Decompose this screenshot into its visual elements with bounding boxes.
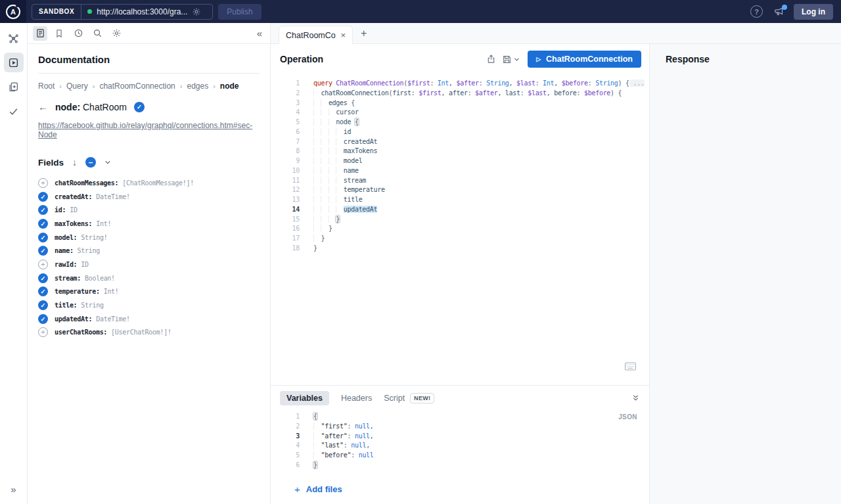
field-row[interactable]: ✓maxTokens:Int! [38, 217, 260, 231]
indent-guides [313, 451, 321, 459]
help-icon[interactable]: ? [750, 5, 763, 18]
save-dropdown-chevron-icon[interactable] [514, 57, 520, 62]
code-token: , [497, 89, 505, 97]
field-row[interactable]: ✓createdAt:DateTime! [38, 190, 260, 204]
code-token: "first" [321, 423, 347, 430]
code-token: , [449, 80, 456, 87]
field-row[interactable]: ✓stream:Boolean! [38, 271, 260, 285]
field-selected-check-icon[interactable]: ✓ [38, 300, 48, 310]
field-row[interactable]: ✓id:ID [38, 203, 260, 217]
field-add-plus-icon[interactable]: + [38, 327, 48, 337]
expand-sidebar-button[interactable]: » [11, 484, 16, 504]
field-row[interactable]: ✓title:String [38, 298, 260, 312]
field-row[interactable]: +chatRoomMessages:[ChatRoomMessage!]! [38, 176, 260, 190]
run-button-label: ChatRoomConnection [546, 55, 633, 64]
field-add-plus-icon[interactable]: + [38, 260, 48, 269]
bookmark-icon[interactable] [52, 26, 66, 41]
field-row[interactable]: ✓name:String [38, 244, 260, 258]
left-rail: » [0, 23, 28, 504]
code-token: : [577, 89, 584, 97]
line-number: 18 [271, 244, 300, 254]
indent-guides [313, 442, 321, 449]
announcements-icon[interactable] [773, 7, 784, 16]
close-tab-icon[interactable]: × [336, 30, 346, 40]
breadcrumb-item[interactable]: chatRoomConnection [99, 81, 175, 91]
field-selected-check-icon[interactable]: ✓ [38, 273, 48, 283]
fields-header: Fields ↓ – [38, 157, 260, 168]
breadcrumb-item[interactable]: Query [66, 81, 88, 91]
field-selected-check-icon[interactable]: ✓ [38, 192, 48, 202]
line-content: stream [313, 176, 366, 186]
code-token: String [595, 80, 618, 87]
field-row[interactable]: ✓model:String! [38, 231, 260, 244]
code-line: 6} [271, 461, 649, 470]
field-add-plus-icon[interactable]: + [38, 178, 48, 188]
collapse-docs-button[interactable]: « [257, 28, 262, 39]
field-row[interactable]: +userChatRooms:[UserChatRoom!]! [38, 326, 260, 340]
share-operation-icon[interactable] [482, 51, 499, 68]
field-type: Int! [104, 288, 119, 295]
connection-settings-gear-icon[interactable] [192, 7, 206, 16]
save-operation-group[interactable] [502, 55, 520, 64]
save-icon [502, 55, 512, 64]
indent-guides [313, 432, 321, 440]
sidebar-item-collections[interactable] [4, 77, 24, 97]
field-type: ID [70, 206, 77, 214]
keyboard-shortcuts-icon[interactable] [625, 362, 636, 371]
field-selected-check-icon[interactable]: ✓ [38, 286, 48, 296]
field-row[interactable]: ✓updatedAt:DateTime! [38, 312, 260, 326]
code-line: 8 maxTokens [271, 147, 649, 156]
field-selected-check-icon[interactable]: ✓ [38, 219, 48, 229]
line-number: 15 [271, 215, 300, 225]
history-icon[interactable] [71, 26, 85, 41]
line-number: 3 [271, 99, 300, 108]
tab-headers[interactable]: Headers [341, 394, 372, 403]
operation-editor[interactable]: 1query ChatRoomConnection($first: Int, $… [271, 74, 649, 385]
endpoint-url-input[interactable]: http://localhost:3000/gra... [81, 7, 212, 16]
back-button[interactable]: ← [38, 101, 48, 112]
field-type: Int! [96, 220, 111, 227]
search-icon[interactable] [90, 26, 104, 41]
field-selected-check-icon[interactable]: ✓ [38, 205, 48, 215]
tab-variables[interactable]: Variables [280, 391, 329, 405]
json-format-label: JSON [618, 413, 637, 421]
new-tab-button[interactable]: + [361, 28, 367, 39]
variables-editor[interactable]: JSON 1{2 "first": null,3 "after": null,4… [271, 410, 649, 481]
code-token: : [348, 423, 355, 430]
login-button[interactable]: Log in [794, 4, 833, 20]
endpoint-url-text: http://localhost:3000/gra... [97, 7, 187, 16]
documentation-tab-icon[interactable] [33, 26, 47, 41]
operation-tab[interactable]: ChatRoomCo... × [279, 26, 353, 44]
chevron-down-icon[interactable] [104, 160, 111, 165]
run-operation-button[interactable]: ▷ ChatRoomConnection [528, 51, 641, 68]
add-files-button[interactable]: + Add files [294, 484, 649, 495]
plus-icon: + [294, 484, 300, 495]
breadcrumb-item[interactable]: edges [187, 81, 208, 91]
code-token: : [588, 80, 595, 87]
line-content: maxTokens [313, 147, 377, 156]
sort-descending-icon[interactable]: ↓ [72, 157, 77, 168]
field-row[interactable]: +rawId:ID [38, 258, 260, 271]
field-selected-check-icon[interactable]: ✓ [38, 314, 48, 324]
tab-script[interactable]: Script [384, 394, 405, 403]
fields-list: +chatRoomMessages:[ChatRoomMessage!]!✓cr… [38, 176, 260, 339]
indent-guides [313, 118, 336, 126]
variables-tabs: Variables Headers Script NEW! [271, 386, 649, 410]
sidebar-item-graph[interactable] [4, 28, 24, 48]
field-selected-check-icon[interactable]: ✓ [38, 233, 48, 242]
add-files-label: Add files [306, 484, 342, 494]
collapse-variables-panel-icon[interactable] [631, 394, 640, 402]
field-selected-check-icon[interactable]: ✓ [38, 246, 48, 256]
sidebar-item-explorer[interactable] [4, 53, 24, 72]
sidebar-item-checklist[interactable] [4, 101, 24, 121]
breadcrumb-item[interactable]: Root [38, 81, 55, 91]
settings-gear-icon[interactable] [109, 26, 124, 41]
relay-doc-link[interactable]: https://facebook.github.io/relay/graphql… [38, 121, 260, 139]
field-row[interactable]: ✓temperature:Int! [38, 285, 260, 299]
deselect-all-button[interactable]: – [85, 157, 96, 168]
plus-icon: + [361, 28, 367, 39]
selected-check-icon[interactable]: ✓ [134, 102, 145, 112]
response-header: Response [666, 44, 825, 74]
publish-button[interactable]: Publish [218, 4, 261, 20]
apollo-logo[interactable]: A [0, 0, 26, 23]
